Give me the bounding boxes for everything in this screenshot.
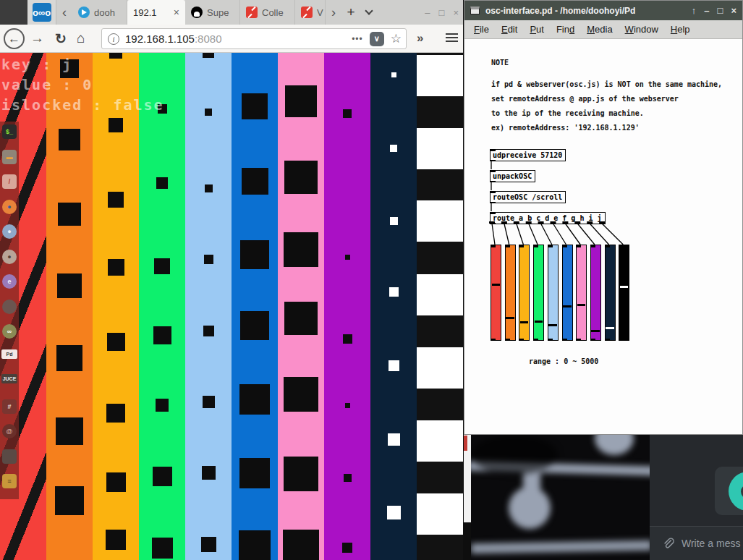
note-square xyxy=(284,302,318,335)
url-host: 192.168.1.105 xyxy=(125,33,195,45)
pd-menu-edit[interactable]: Edit xyxy=(501,24,517,35)
pd-maximize-button[interactable]: □ xyxy=(718,5,723,16)
pd-canvas[interactable]: NOTE if pd & webserver(osc.js) is NOT on… xyxy=(465,39,742,434)
note-square xyxy=(283,530,319,560)
bookmark-star-icon[interactable]: ☆ xyxy=(391,31,402,46)
pd-shade-button[interactable]: ↑ xyxy=(692,5,697,16)
pd-menu-file[interactable]: File xyxy=(474,24,489,35)
overflow-menu-button[interactable]: » xyxy=(417,31,423,46)
puredata-window: osc-interface.pd - /home/doohoyi/Pd ↑–□×… xyxy=(464,0,743,435)
vslider-g[interactable] xyxy=(576,245,587,341)
terminal-icon[interactable]: $_ xyxy=(2,124,17,139)
pd-close-button[interactable]: × xyxy=(731,5,736,16)
tab-label: Colle xyxy=(262,7,284,18)
note-square xyxy=(106,404,125,423)
scroll-tabs-right-button[interactable]: › xyxy=(326,0,341,25)
unpackosc-object[interactable]: unpackOSC xyxy=(490,170,535,182)
pd-menu-find[interactable]: Find xyxy=(556,24,574,35)
pixel-grid-icon[interactable]: # xyxy=(2,399,17,414)
pd-infinity-icon[interactable]: ∞ xyxy=(2,324,17,339)
vslider-knob-h xyxy=(591,330,600,332)
panel-item-icon[interactable]: ≡ xyxy=(2,474,17,488)
note-square xyxy=(56,345,82,371)
pd-menu-media[interactable]: Media xyxy=(587,24,612,35)
app2-icon[interactable] xyxy=(2,449,17,464)
browser-minimize-button[interactable]: – xyxy=(425,7,430,18)
vslider-knob-a xyxy=(492,284,501,286)
text-editor-icon[interactable]: / xyxy=(2,174,17,189)
vslider-c[interactable] xyxy=(519,245,530,341)
scroll-tabs-left-button[interactable]: ‹ xyxy=(56,0,72,25)
pd-menu-window[interactable]: Window xyxy=(625,24,658,35)
vslider-knob-j xyxy=(620,286,629,288)
note-square xyxy=(285,85,317,117)
tab-v[interactable]: V xyxy=(295,0,326,25)
routeosc-object[interactable]: routeOSC /scroll xyxy=(490,191,566,203)
home-button[interactable]: ⌂ xyxy=(77,30,85,46)
files-icon[interactable]: ▬ xyxy=(2,150,17,164)
app-icon[interactable] xyxy=(2,300,17,314)
pd-minimize-button[interactable]: – xyxy=(704,5,709,16)
browser-close-button[interactable]: × xyxy=(453,7,459,18)
pd-menu-help[interactable]: Help xyxy=(671,24,690,35)
window-corner xyxy=(0,0,27,25)
vslider-e[interactable] xyxy=(548,245,559,341)
note-square xyxy=(284,457,318,491)
vslider-j[interactable] xyxy=(619,245,629,341)
collect-favicon xyxy=(301,7,313,18)
pocket-icon[interactable]: ∨ xyxy=(370,32,384,46)
vslider-i[interactable] xyxy=(605,245,616,341)
vslider-knob-g xyxy=(577,304,586,306)
note-square xyxy=(108,192,124,208)
chromium-icon[interactable]: ● xyxy=(2,224,17,239)
back-button[interactable]: ← xyxy=(4,28,25,49)
vslider-f[interactable] xyxy=(562,245,573,341)
chat-input-bar[interactable]: Write a mess xyxy=(650,526,743,560)
note-square xyxy=(239,384,270,415)
tab-supe[interactable]: Supe xyxy=(185,0,240,25)
browser-restore-button[interactable]: □ xyxy=(439,7,445,18)
inkscape-icon[interactable]: e xyxy=(2,274,17,289)
forward-icon: → xyxy=(30,30,44,46)
supercollider-icon[interactable]: @ xyxy=(2,424,17,438)
column-orange xyxy=(46,53,93,560)
firefox-icon[interactable]: ● xyxy=(2,200,17,214)
doohoyi-favicon xyxy=(78,7,90,18)
vslider-d[interactable] xyxy=(533,245,544,341)
vslider-h[interactable] xyxy=(590,245,601,341)
pd-taskbar-item[interactable]: Pd xyxy=(1,349,17,359)
gimp-icon[interactable]: ● xyxy=(2,250,17,264)
tab-close-icon[interactable]: × xyxy=(174,7,179,18)
attach-file-icon[interactable] xyxy=(662,537,675,550)
forward-button[interactable]: → xyxy=(30,30,44,46)
note-square xyxy=(106,530,126,550)
site-info-icon[interactable]: i xyxy=(108,33,119,45)
tab-colle[interactable]: Colle xyxy=(240,0,295,25)
note-square xyxy=(391,72,396,77)
route-object[interactable]: route a b c d e f g h i j xyxy=(490,212,606,224)
tab-dooh[interactable]: dooh xyxy=(72,0,127,25)
pd-titlebar[interactable]: osc-interface.pd - /home/doohoyi/Pd ↑–□× xyxy=(464,1,742,20)
page-actions-button[interactable]: ••• xyxy=(352,34,363,44)
message-input-placeholder[interactable]: Write a mess xyxy=(682,538,740,549)
udpreceive-object[interactable]: udpreceive 57120 xyxy=(490,149,566,161)
url-bar[interactable]: i 192.168.1.105:8080 ••• ∨ ☆ xyxy=(101,28,407,49)
tab-list-dropdown-button[interactable] xyxy=(365,7,373,14)
menu-button[interactable] xyxy=(446,33,458,44)
pinned-tab-owncloud[interactable]: o∞o xyxy=(27,0,56,25)
juce-taskbar-item[interactable]: JUCE xyxy=(1,374,17,383)
reload-button[interactable]: ↻ xyxy=(55,30,67,47)
pd-menu-put[interactable]: Put xyxy=(530,24,544,35)
note-square xyxy=(242,93,268,119)
background-red-fragment xyxy=(464,436,467,451)
vslider-b[interactable] xyxy=(505,245,516,341)
note-square xyxy=(201,537,216,552)
bracket-glyph xyxy=(247,14,252,18)
new-tab-button[interactable]: + xyxy=(341,4,360,20)
note-block xyxy=(417,493,463,535)
pd-note-text: if pd & webserver(osc.js) is NOT on the … xyxy=(491,77,722,135)
tab-192.1[interactable]: 192.1× xyxy=(127,0,185,25)
note-square xyxy=(156,399,169,412)
vslider-a[interactable] xyxy=(491,245,501,341)
chat-panel: Write a mess xyxy=(650,435,743,560)
